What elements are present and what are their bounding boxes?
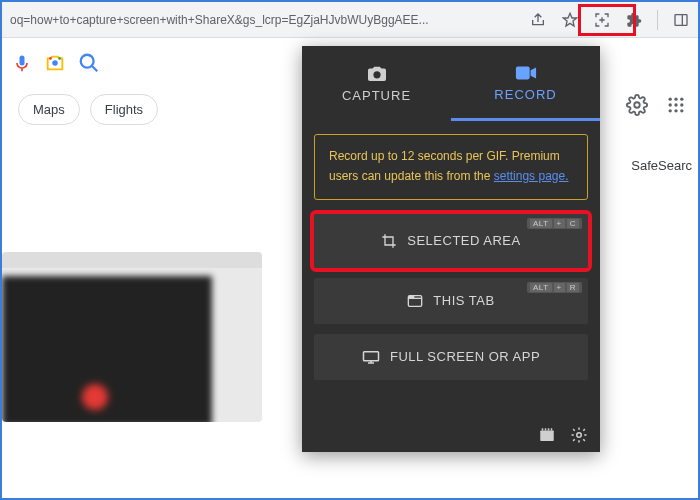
svg-point-3 — [58, 57, 61, 60]
browser-toolbar-icons — [529, 10, 690, 30]
panel-tabs: CAPTURE RECORD — [302, 46, 600, 120]
tab-capture[interactable]: CAPTURE — [302, 46, 451, 120]
vertical-divider — [657, 10, 658, 30]
svg-rect-0 — [675, 14, 687, 25]
selected-area-button[interactable]: SELECTED AREA ALT+C — [314, 214, 588, 268]
svg-point-8 — [680, 98, 683, 101]
thumbnail-red-dot — [82, 384, 108, 410]
tab-icon — [407, 294, 423, 308]
bookmark-star-icon[interactable] — [561, 11, 579, 29]
svg-point-7 — [674, 98, 677, 101]
crop-icon — [381, 233, 397, 249]
url-text: oq=how+to+capture+screen+with+ShareX&gs_… — [10, 13, 519, 27]
svg-point-5 — [634, 102, 640, 108]
svg-rect-19 — [363, 351, 378, 360]
search-icon[interactable] — [78, 52, 100, 74]
side-panel-icon[interactable] — [672, 11, 690, 29]
this-tab-button[interactable]: THIS TAB ALT+R — [314, 278, 588, 324]
extensions-puzzle-icon[interactable] — [625, 11, 643, 29]
result-thumbnail[interactable] — [2, 252, 262, 422]
svg-point-12 — [669, 109, 672, 112]
voice-search-icon[interactable] — [12, 53, 32, 73]
monitor-icon — [362, 350, 380, 364]
camera-icon — [366, 64, 388, 82]
svg-point-9 — [669, 103, 672, 106]
svg-point-4 — [81, 55, 94, 68]
svg-point-11 — [680, 103, 683, 106]
recordings-icon[interactable] — [538, 426, 556, 444]
svg-point-21 — [577, 433, 582, 438]
safesearch-label[interactable]: SafeSearc — [631, 158, 692, 173]
svg-rect-18 — [410, 296, 414, 297]
info-notice: Record up to 12 seconds per GIF. Premium… — [314, 134, 588, 200]
full-screen-label: FULL SCREEN OR APP — [390, 349, 540, 364]
tab-record[interactable]: RECORD — [451, 46, 600, 120]
this-tab-shortcut: ALT+R — [527, 282, 582, 293]
page-header-right — [626, 94, 686, 120]
selected-area-shortcut: ALT+C — [527, 218, 582, 229]
full-screen-button[interactable]: FULL SCREEN OR APP — [314, 334, 588, 380]
record-actions: SELECTED AREA ALT+C THIS TAB ALT+R FULL … — [302, 214, 600, 380]
svg-point-6 — [669, 98, 672, 101]
svg-rect-16 — [515, 66, 529, 79]
selected-area-label: SELECTED AREA — [407, 233, 520, 248]
svg-point-10 — [674, 103, 677, 106]
active-tab-underline — [451, 118, 600, 121]
svg-point-13 — [674, 109, 677, 112]
svg-point-1 — [52, 60, 58, 66]
chip-flights[interactable]: Flights — [90, 94, 158, 125]
thumbnail-dark-area — [2, 276, 212, 422]
capture-extension-panel: CAPTURE RECORD Record up to 12 seconds p… — [302, 46, 600, 452]
browser-address-bar: oq=how+to+capture+screen+with+ShareX&gs_… — [2, 2, 698, 38]
settings-page-link[interactable]: settings page. — [494, 169, 569, 183]
image-search-icon[interactable] — [44, 52, 66, 74]
panel-settings-icon[interactable] — [570, 426, 588, 444]
settings-gear-icon[interactable] — [626, 94, 648, 120]
capture-extension-icon[interactable] — [593, 11, 611, 29]
svg-rect-20 — [540, 431, 554, 442]
video-icon — [515, 65, 537, 81]
svg-point-15 — [373, 71, 380, 78]
panel-footer — [538, 426, 588, 444]
svg-point-14 — [680, 109, 683, 112]
tab-capture-label: CAPTURE — [342, 88, 411, 103]
share-icon[interactable] — [529, 11, 547, 29]
svg-point-2 — [49, 57, 52, 60]
chip-maps[interactable]: Maps — [18, 94, 80, 125]
this-tab-label: THIS TAB — [433, 293, 494, 308]
tab-record-label: RECORD — [494, 87, 556, 102]
apps-grid-icon[interactable] — [666, 95, 686, 119]
